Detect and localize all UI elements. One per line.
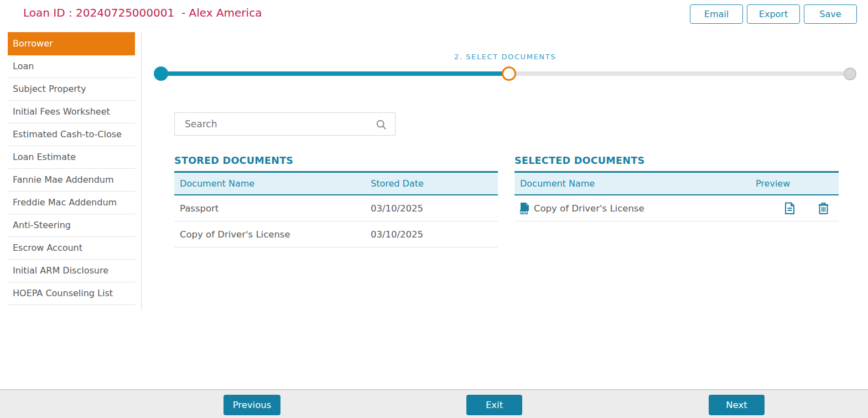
table-row[interactable]: Passport 03/10/2025 [174,195,498,221]
stored-doc-date: 03/10/2025 [371,229,498,240]
stepper-progress-fill [161,71,509,76]
sidebar-item-estimated-cash-to-close[interactable]: Estimated Cash-to-Close [8,123,135,146]
sidebar-item-freddie-mac-addendum[interactable]: Freddie Mac Addendum [8,192,135,214]
selected-doc-name: Copy of Driver's License [534,203,644,214]
save-button[interactable]: Save [804,4,857,24]
stored-doc-name[interactable]: Passport [174,203,371,214]
selected-documents-section: SELECTED DOCUMENTS Document Name Preview… [514,155,839,221]
email-button[interactable]: Email [690,4,743,24]
sidebar-item-subject-property[interactable]: Subject Property [8,78,135,101]
page-title: Loan ID : 20240725000001 - Alex America [23,6,262,19]
search-box [174,112,396,136]
delete-document-button[interactable] [818,202,829,214]
stored-doc-name[interactable]: Copy of Driver's License [174,229,371,240]
previous-button[interactable]: Previous [224,395,280,415]
sidebar-item-loan[interactable]: Loan [8,55,135,78]
search-input[interactable] [175,113,363,135]
sidebar-item-borrower[interactable]: Borrower [8,32,135,55]
table-row[interactable]: PDF Copy of Driver's License [514,195,839,221]
stepper-step-label: 2. SELECT DOCUMENTS [422,53,588,61]
column-header-document-name: Document Name [514,178,742,189]
preview-document-button[interactable] [784,202,795,215]
selected-doc-name-cell: PDF Copy of Driver's License [514,203,742,214]
stored-doc-date: 03/10/2025 [371,203,498,214]
table-row[interactable]: Copy of Driver's License 03/10/2025 [174,221,498,247]
sidebar-divider [141,32,142,310]
sidebar-item-initial-arm-disclosure[interactable]: Initial ARM Disclosure [8,260,135,282]
selected-doc-actions [742,202,839,215]
column-header-stored-date: Stored Date [371,178,498,189]
stepper-dot-completed[interactable] [154,66,168,81]
stepper-dot-upcoming[interactable] [844,68,856,80]
sidebar-item-loan-estimate[interactable]: Loan Estimate [8,146,135,169]
stepper-dot-active[interactable] [502,66,516,81]
selected-documents-header-row: Document Name Preview [514,171,839,195]
footer-bar: Previous Exit Next [0,389,868,418]
stored-documents-title: STORED DOCUMENTS [174,155,498,166]
sidebar-item-escrow-account[interactable]: Escrow Account [8,237,135,260]
column-header-document-name: Document Name [174,178,371,189]
stored-documents-header-row: Document Name Stored Date [174,171,498,195]
column-header-preview: Preview [742,178,839,189]
preview-document-icon [784,202,795,215]
header-actions: Email Export Save [690,4,857,24]
sidebar-item-anti-steering[interactable]: Anti-Steering [8,214,135,237]
next-button[interactable]: Next [709,395,765,415]
trash-icon [818,202,829,214]
stored-documents-section: STORED DOCUMENTS Document Name Stored Da… [174,155,498,247]
selected-documents-title: SELECTED DOCUMENTS [514,155,839,166]
export-button[interactable]: Export [747,4,800,24]
sidebar-item-fannie-mae-addendum[interactable]: Fannie Mae Addendum [8,169,135,192]
pdf-file-icon: PDF [520,203,529,214]
exit-button[interactable]: Exit [466,395,522,415]
svg-text:PDF: PDF [520,210,527,214]
search-icon[interactable] [375,118,387,131]
sidebar: Borrower Loan Subject Property Initial F… [8,32,135,305]
sidebar-item-hoepa-counseling-list[interactable]: HOEPA Counseling List [8,282,135,305]
sidebar-item-initial-fees-worksheet[interactable]: Initial Fees Worksheet [8,101,135,123]
